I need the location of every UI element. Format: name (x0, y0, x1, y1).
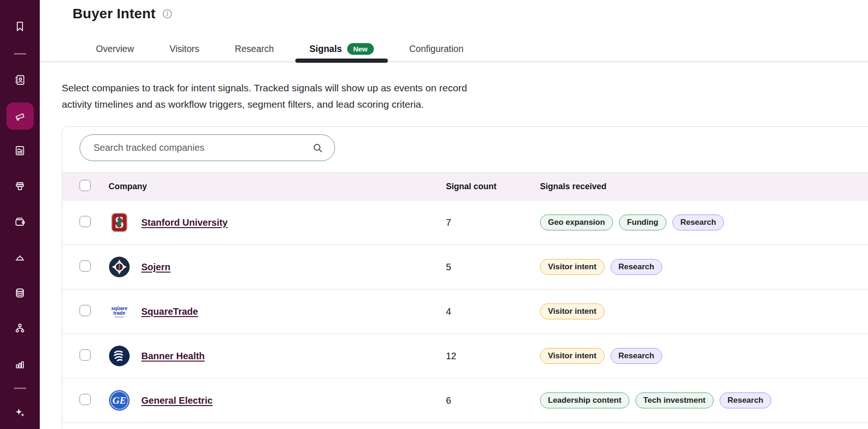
signal-badge: Research (720, 392, 772, 408)
page-description: Select companies to track for intent sig… (62, 80, 467, 112)
signal-badge: Visitor intent (540, 348, 605, 364)
sidebar-item-contacts-icon[interactable] (12, 71, 29, 88)
tab-visitors[interactable]: Visitors (152, 35, 217, 62)
company-link[interactable]: Sojern (141, 262, 170, 273)
signal-badge: Research (611, 348, 663, 364)
table-row: S Stanford University 7 Geo expansionFun… (62, 200, 868, 245)
company-link[interactable]: Stanford University (141, 217, 227, 228)
page-header: Buyer Intent (73, 6, 173, 22)
search-input[interactable] (94, 142, 299, 153)
tab-overview[interactable]: Overview (78, 35, 152, 62)
sidebar-divider (14, 388, 26, 389)
signals-received: Geo expansionFundingResearch (540, 214, 868, 230)
company-logo-ge: GE (109, 390, 130, 411)
search-box (80, 134, 335, 161)
signal-count: 7 (446, 217, 540, 228)
company-logo-squaretrade: sqûaretrade (109, 301, 130, 322)
table-body: S Stanford University 7 Geo expansionFun… (62, 200, 868, 423)
row-checkbox[interactable] (80, 394, 91, 405)
select-all-checkbox[interactable] (80, 180, 91, 191)
row-checkbox[interactable] (80, 305, 91, 316)
tab-configuration[interactable]: Configuration (392, 35, 481, 62)
description-line: Select companies to track for intent sig… (62, 80, 467, 96)
signal-count: 4 (446, 306, 540, 317)
sidebar-item-service-bell-icon[interactable] (12, 249, 29, 266)
signal-badge: Visitor intent (540, 303, 605, 319)
row-checkbox[interactable] (80, 349, 91, 361)
company-link[interactable]: General Electric (141, 395, 212, 406)
tab-label: Signals (309, 44, 342, 54)
info-icon[interactable] (162, 8, 173, 19)
signals-received: Leadership contentTech investmentResearc… (540, 392, 868, 408)
signal-badge: Research (611, 259, 663, 275)
signal-badge: Geo expansion (540, 214, 613, 230)
company-logo-sojern (109, 256, 130, 278)
row-checkbox[interactable] (80, 216, 91, 227)
sidebar-item-workflow-icon[interactable] (12, 319, 29, 336)
company-logo-banner (109, 345, 130, 367)
sidebar-item-wallet-icon[interactable] (12, 213, 29, 230)
tab-research[interactable]: Research (217, 35, 292, 62)
table-row: GE General Electric 6 Leadership content… (62, 378, 868, 423)
main-nav-sidebar (0, 0, 40, 429)
column-header-company: Company (109, 182, 446, 192)
signal-badge: Tech investment (635, 392, 714, 408)
company-link[interactable]: SquareTrade (141, 306, 198, 317)
page-title: Buyer Intent (73, 6, 155, 22)
signal-count: 5 (446, 262, 540, 273)
signals-received: Visitor intent (540, 303, 868, 319)
signal-badge: Leadership content (540, 392, 629, 408)
description-line: activity timelines and as workflow trigg… (62, 96, 467, 112)
tab-bar: Overview Visitors Research Signals New C… (78, 35, 481, 62)
table-row: Banner Health 12 Visitor intentResearch (62, 334, 868, 378)
signals-received: Visitor intentResearch (540, 348, 868, 364)
tab-label: Visitors (169, 44, 199, 54)
sidebar-item-newspaper-icon[interactable] (12, 142, 29, 159)
tab-signals[interactable]: Signals New (292, 35, 391, 62)
row-checkbox[interactable] (80, 260, 91, 272)
sidebar-item-commerce-icon[interactable] (12, 178, 29, 194)
svg-text:GE: GE (112, 395, 126, 406)
signal-badge: Research (672, 214, 724, 230)
tab-label: Research (235, 44, 274, 54)
signal-count: 12 (446, 351, 540, 362)
search-area (62, 127, 868, 172)
signal-badge: Funding (619, 214, 666, 230)
signal-badge: Visitor intent (540, 259, 605, 275)
company-logo-stanford: S (109, 212, 130, 233)
column-header-signal-count: Signal count (446, 182, 540, 192)
sidebar-item-database-icon[interactable] (12, 284, 29, 301)
table-header-row: Company Signal count Signals received (62, 172, 868, 200)
buyer-intent-page: Buyer Intent Overview Visitors Research … (0, 0, 868, 429)
sidebar-item-bar-chart-icon[interactable] (12, 355, 29, 372)
sidebar-item-ai-sparkle-icon[interactable] (12, 404, 29, 421)
column-header-signals-received: Signals received (540, 182, 868, 192)
sidebar-divider (14, 53, 26, 55)
table-row: Sojern 5 Visitor intentResearch (62, 245, 868, 289)
signals-received: Visitor intentResearch (540, 259, 868, 275)
svg-text:trade: trade (113, 310, 125, 316)
table-row: sqûaretrade SquareTrade 4 Visitor intent (62, 289, 868, 334)
signal-count: 6 (446, 395, 540, 406)
sidebar-item-bookmark-icon[interactable] (12, 18, 29, 35)
tab-label: Overview (96, 44, 134, 54)
sidebar-item-megaphone-icon[interactable] (7, 103, 34, 130)
tracked-companies-card: Company Signal count Signals received S … (62, 126, 868, 429)
company-link[interactable]: Banner Health (141, 351, 205, 362)
search-icon[interactable] (312, 142, 323, 154)
new-badge: New (347, 43, 374, 55)
tab-label: Configuration (409, 44, 464, 54)
